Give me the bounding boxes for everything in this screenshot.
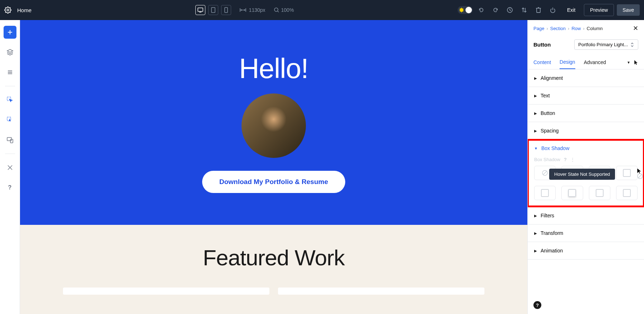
accordion-filters: ▶Filters — [528, 207, 644, 224]
settings-icon[interactable] — [4, 6, 11, 14]
accordion-header[interactable]: ▶Alignment — [528, 69, 644, 87]
accordion-label: Animation — [541, 248, 563, 253]
close-panel-button[interactable]: ✕ — [633, 24, 638, 32]
tab-content[interactable]: Content — [533, 56, 551, 69]
exit-button[interactable]: Exit — [561, 4, 581, 16]
sort-button[interactable] — [518, 4, 530, 16]
accordion-label: Text — [541, 93, 550, 98]
sun-icon — [458, 7, 465, 13]
cursor-icon — [637, 168, 643, 174]
canvas-width-value: 1130px — [249, 7, 265, 13]
accordion-label: Button — [541, 110, 555, 116]
chevron-right-icon: › — [568, 26, 569, 31]
breadcrumb-item[interactable]: Row — [571, 26, 581, 31]
page-canvas: Hello! Download My Portfolio & Resume Fe… — [20, 20, 527, 314]
hover-mode-button[interactable] — [4, 113, 16, 126]
tooltip: Hover State Not Supported — [549, 169, 615, 180]
accordion-header[interactable]: ▶Animation — [528, 242, 644, 259]
element-type-label: Button — [533, 42, 551, 48]
layers-button[interactable] — [4, 46, 16, 59]
avatar-image[interactable] — [241, 93, 306, 158]
home-label[interactable]: Home — [17, 7, 31, 13]
download-cta-button[interactable]: Download My Portfolio & Resume — [202, 171, 345, 193]
zoom-control[interactable]: 100% — [274, 7, 294, 13]
accordion-transform: ▶Transform — [528, 224, 644, 242]
breadcrumb-item[interactable]: Section — [550, 26, 566, 31]
caret-down-icon: ▼ — [534, 146, 538, 150]
tab-design[interactable]: Design — [560, 55, 575, 69]
device-preview-button[interactable] — [4, 134, 16, 146]
main-layout: ? Hello! Download My Portfolio & Resume … — [0, 20, 644, 314]
svg-rect-4 — [225, 8, 228, 13]
tab-dropdown-icon[interactable]: ▼ — [627, 61, 630, 64]
save-button[interactable]: Save — [617, 4, 640, 16]
accordion-label: Spacing — [541, 128, 559, 134]
power-button[interactable] — [547, 4, 558, 16]
tools-button[interactable] — [4, 161, 16, 174]
design-accordion: ▶Alignment ▶Text ▶Button ▶Spacing ▼Box S… — [528, 69, 644, 314]
preview-button[interactable]: Preview — [584, 4, 614, 16]
accordion-label: Transform — [541, 230, 563, 236]
svg-line-39 — [638, 174, 642, 178]
accordion-header[interactable]: ▶Transform — [528, 224, 644, 242]
sidebar-divider — [5, 86, 15, 86]
shadow-option[interactable] — [534, 186, 556, 200]
panel-tabs: Content Design Advanced ▼ — [528, 55, 644, 69]
property-label: Box Shadow — [534, 157, 560, 162]
cursor-icon[interactable] — [634, 60, 638, 65]
help-fab-button[interactable]: ? — [533, 301, 541, 309]
svg-line-16 — [463, 11, 463, 12]
svg-point-10 — [460, 9, 463, 11]
tab-advanced[interactable]: Advanced — [584, 56, 606, 69]
hero-section[interactable]: Hello! Download My Portfolio & Resume — [20, 20, 527, 225]
accordion-text: ▶Text — [528, 87, 644, 105]
redo-button[interactable] — [490, 4, 501, 16]
shadow-option[interactable] — [561, 186, 583, 200]
featured-title[interactable]: Featured Work — [20, 245, 527, 270]
svg-rect-1 — [198, 8, 203, 11]
shadow-option[interactable] — [616, 166, 638, 180]
box-shadow-body: Box Shadow ? ⋮ Hover State Not Support — [528, 157, 644, 207]
preset-selector[interactable]: Portfolio Primary Light... — [574, 39, 638, 50]
accordion-box-shadow: ▼Box Shadow Box Shadow ? ⋮ — [528, 140, 644, 207]
shadow-option[interactable] — [589, 186, 610, 200]
accordion-header[interactable]: ▶Filters — [528, 207, 644, 224]
history-button[interactable] — [504, 4, 516, 16]
width-control[interactable]: 1130px — [240, 7, 265, 13]
work-card[interactable] — [278, 288, 484, 295]
accordion-header[interactable]: ▶Text — [528, 87, 644, 104]
canvas-viewport[interactable]: Hello! Download My Portfolio & Resume Fe… — [20, 20, 527, 314]
click-mode-button[interactable] — [4, 93, 16, 106]
device-tablet-button[interactable] — [208, 5, 218, 15]
breadcrumb-item[interactable]: Column — [587, 26, 603, 31]
hero-title[interactable]: Hello! — [239, 52, 308, 85]
device-desktop-button[interactable] — [195, 5, 205, 15]
more-icon[interactable]: ⋮ — [570, 157, 575, 162]
topbar-left: Home — [4, 6, 31, 14]
help-button[interactable]: ? — [4, 181, 16, 194]
shadow-option[interactable] — [616, 186, 638, 200]
right-panel: Page› Section› Row› Column ✕ Button Port… — [527, 20, 644, 314]
accordion-header[interactable]: ▶Button — [528, 105, 644, 122]
svg-line-15 — [460, 8, 460, 9]
accordion-alignment: ▶Alignment — [528, 69, 644, 87]
delete-button[interactable] — [533, 4, 544, 16]
list-button[interactable] — [4, 66, 16, 79]
device-mobile-button[interactable] — [221, 5, 231, 15]
accordion-header[interactable]: ▶Spacing — [528, 122, 644, 139]
help-icon[interactable]: ? — [564, 157, 567, 162]
accordion-header[interactable]: ▼Box Shadow — [528, 140, 644, 157]
top-bar: Home 1130px 100% Exit Preview — [0, 0, 644, 20]
add-element-button[interactable] — [4, 26, 16, 39]
accordion-label: Box Shadow — [541, 145, 570, 151]
undo-button[interactable] — [475, 4, 487, 16]
breadcrumb-item[interactable]: Page — [533, 26, 544, 31]
featured-section[interactable]: Featured Work — [20, 225, 527, 314]
device-selector — [195, 5, 231, 15]
accordion-label: Filters — [541, 213, 554, 218]
svg-marker-26 — [7, 49, 13, 52]
theme-toggle[interactable] — [458, 6, 473, 14]
chevron-right-icon: › — [546, 26, 548, 31]
svg-point-8 — [274, 8, 278, 11]
work-card[interactable] — [63, 288, 269, 295]
